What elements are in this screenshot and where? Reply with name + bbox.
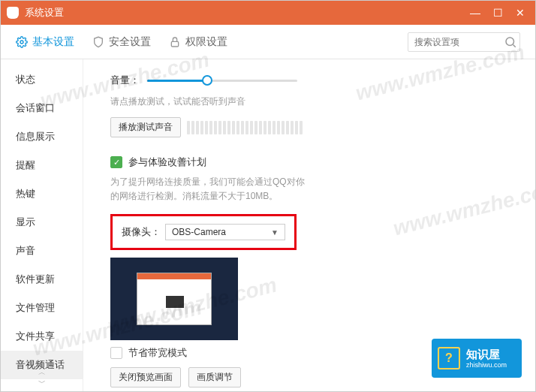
close-button[interactable]: ✕ — [514, 7, 526, 19]
highlight-box: 摄像头： OBS-Camera ▼ — [110, 214, 297, 250]
svg-line-3 — [513, 44, 515, 47]
camera-select[interactable]: OBS-Camera ▼ — [165, 224, 285, 240]
search-icon[interactable] — [504, 35, 517, 49]
camera-select-value: OBS-Camera — [172, 227, 226, 237]
svg-point-2 — [506, 38, 514, 46]
volume-hint: 请点播放测试，试试能否听到声音 — [110, 95, 517, 108]
tab-permission-settings[interactable]: 权限设置 — [169, 32, 227, 52]
improve-plan-description: 为了提升网络连接质量，我们可能会通过QQ对你的网络进行检测。消耗流量不大于10M… — [110, 175, 306, 204]
qq-logo-icon — [7, 7, 19, 19]
tab-label: 权限设置 — [185, 35, 227, 49]
sidebar: 状态 会话窗口 信息展示 提醒 热键 显示 声音 软件更新 文件管理 文件共享 … — [1, 59, 83, 391]
shield-icon — [92, 36, 104, 48]
tab-basic-settings[interactable]: 基本设置 — [16, 32, 74, 52]
tab-security-settings[interactable]: 安全设置 — [92, 32, 151, 52]
sidebar-item-info-display[interactable]: 信息展示 — [1, 122, 83, 151]
sidebar-item-chat-window[interactable]: 会话窗口 — [1, 94, 83, 122]
svg-point-0 — [20, 41, 23, 44]
badge-title: 知识屋 — [466, 348, 500, 360]
bandwidth-saver-label: 节省带宽模式 — [128, 346, 187, 360]
svg-rect-1 — [171, 41, 178, 47]
tab-label: 安全设置 — [109, 35, 151, 49]
quality-adjust-button[interactable]: 画质调节 — [188, 367, 241, 387]
lock-icon — [169, 36, 181, 48]
sidebar-item-alerts[interactable]: 提醒 — [1, 151, 83, 179]
sidebar-item-display[interactable]: 显示 — [1, 208, 83, 237]
sidebar-item-file-mgmt[interactable]: 文件管理 — [1, 294, 83, 322]
minimize-button[interactable]: — — [469, 7, 481, 19]
zhishiwu-badge: ? 知识屋 zhishiwu.com — [432, 339, 522, 378]
sidebar-item-updates[interactable]: 软件更新 — [1, 265, 83, 294]
window-title: 系统设置 — [25, 6, 469, 20]
sidebar-item-status[interactable]: 状态 — [1, 65, 83, 94]
improve-plan-checkbox[interactable]: ✓ — [110, 156, 122, 168]
volume-slider[interactable] — [147, 73, 297, 88]
chevron-down-icon: ▼ — [271, 228, 279, 237]
sidebar-item-file-share[interactable]: 文件共享 — [1, 322, 83, 351]
volume-label: 音量： — [110, 74, 140, 87]
tab-label: 基本设置 — [32, 35, 74, 49]
badge-subtitle: zhishiwu.com — [466, 362, 507, 369]
play-test-sound-button[interactable]: 播放测试声音 — [110, 117, 181, 137]
gear-icon — [16, 36, 28, 48]
sidebar-item-hotkeys[interactable]: 热键 — [1, 179, 83, 208]
question-icon: ? — [438, 347, 460, 369]
bandwidth-saver-checkbox[interactable] — [110, 347, 122, 359]
improve-plan-label: 参与体验改善计划 — [128, 155, 206, 169]
audio-level-meter — [187, 121, 303, 134]
maximize-button[interactable]: ☐ — [492, 7, 504, 19]
camera-label: 摄像头： — [122, 225, 161, 239]
close-preview-button[interactable]: 关闭预览画面 — [110, 367, 181, 387]
camera-preview — [110, 258, 238, 340]
sidebar-scroll-indicator[interactable]: ︿﹀ — [1, 367, 83, 388]
sidebar-item-sound[interactable]: 声音 — [1, 237, 83, 265]
